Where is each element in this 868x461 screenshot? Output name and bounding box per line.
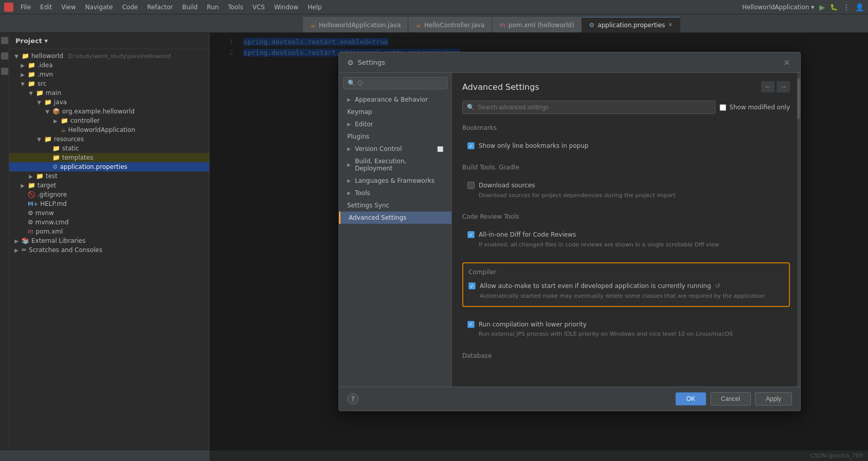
tree-item-src[interactable]: ▼ 📁 src [9,79,209,88]
tab-helloworld-java[interactable]: ☕ HelloworldApplication.java [303,17,408,32]
tree-label: application.properties [60,163,127,170]
show-modified-checkbox[interactable] [720,104,726,111]
menu-refactor[interactable]: Refactor [143,2,177,12]
sidebar-item-plugins[interactable]: Plugins [339,130,451,143]
search-advanced-settings-input[interactable] [478,104,711,111]
menu-run[interactable]: Run [203,2,223,12]
tree-label: mvnw.cmd [35,219,69,226]
show-line-bookmarks-label: Show only line bookmarks in popup [479,142,589,150]
menu-code[interactable]: Code [118,2,142,12]
run-config-label[interactable]: HelloworldApplication ▾ [742,4,814,11]
tree-item-scratches[interactable]: ▶ ✏ Scratches and Consoles [9,245,209,255]
all-in-one-diff-label-area: All-in-one Diff for Code Reviews If enab… [479,230,719,249]
cancel-button[interactable]: Cancel [710,392,751,406]
tab-hellocontroller-java[interactable]: ☕ HelloController.java [408,17,492,32]
sidebar-item-advanced-settings[interactable]: Advanced Settings [339,212,451,224]
tree-label: java [54,99,67,106]
sidebar-item-build-execution[interactable]: Build, Execution, Deployment [339,155,451,175]
more-button[interactable]: ⋮ [843,3,850,11]
tree-item-target[interactable]: ▶ 📁 target [9,181,209,190]
tab-pom-xml[interactable]: m pom.xml (helloworld) [492,17,582,32]
tree-item-help-md[interactable]: ▶ M+ HELP.md [9,199,209,208]
toolbar-icon-1[interactable] [1,37,8,44]
sidebar-item-languages-frameworks[interactable]: Languages & Frameworks [339,175,451,187]
download-sources-checkbox[interactable] [467,182,475,189]
tree-arrow: ▼ [36,100,42,105]
toolbar-icon-3[interactable] [1,68,8,75]
tree-item-external-libraries[interactable]: ▶ 📚 External Libraries [9,236,209,245]
menu-edit[interactable]: Edit [36,2,56,12]
tree-item-pom-xml[interactable]: ▶ m pom.xml [9,227,209,236]
run-compilation-label-area: Run compilation with lower priority Run … [479,320,733,339]
tab-application-properties[interactable]: ⚙ application.properties ✕ [582,17,681,32]
menu-window[interactable]: Window [270,2,303,12]
menu-tools[interactable]: Tools [224,2,248,12]
sidebar-item-keymap[interactable]: Keymap [339,106,451,118]
help-button[interactable]: ? [347,393,358,405]
sidebar-item-appearance-behavior[interactable]: Appearance & Behavior [339,93,451,106]
all-in-one-diff-row: All-in-one Diff for Code Reviews If enab… [462,227,790,252]
menu-view[interactable]: View [57,2,80,12]
maven-icon: m [499,22,505,29]
tree-item-application-properties[interactable]: ▶ ⚙ application.properties [9,162,209,171]
tree-item-main[interactable]: ▼ 📁 main [9,88,209,98]
tree-item-java[interactable]: ▼ 📁 java [9,98,209,107]
sidebar-header[interactable]: Project ▾ [9,33,209,49]
settings-search-wrap: 🔍 [343,77,447,89]
user-icon[interactable]: 👤 [855,3,864,11]
tab-close-icon[interactable]: ✕ [668,22,673,28]
menu-help[interactable]: Help [304,2,326,12]
settings-search-input[interactable] [357,80,443,87]
sidebar-item-settings-sync[interactable]: Settings Sync [339,199,451,212]
tree-item-static[interactable]: ▶ 📁 static [9,144,209,153]
settings-scrollbar[interactable] [797,73,800,387]
run-compilation-checkbox[interactable] [467,321,475,328]
tree-item-idea[interactable]: ▶ 📁 .idea [9,61,209,70]
dialog-close-button[interactable]: × [782,57,792,67]
file-icon: ⚙ [28,219,33,226]
sidebar-item-editor[interactable]: Editor [339,118,451,130]
scrollbar-thumb[interactable] [797,78,800,119]
apply-button[interactable]: Apply [755,392,792,406]
nav-back-button[interactable]: ← [761,81,775,92]
debug-button[interactable]: 🐛 [830,4,838,11]
allow-auto-make-checkbox[interactable] [468,282,476,290]
menu-build[interactable]: Build [178,2,202,12]
refresh-icon[interactable]: ↺ [715,282,720,290]
folder-icon: 📁 [28,182,35,189]
menu-navigate[interactable]: Navigate [81,2,117,12]
tree-label: .mvn [37,71,53,78]
nav-forward-button[interactable]: → [777,81,790,92]
tab-bar: ☕ HelloworldApplication.java ☕ HelloCont… [0,14,868,33]
ok-button[interactable]: OK [675,392,706,406]
sidebar-item-tools[interactable]: Tools [339,187,451,199]
menu-item-label: Version Control [355,145,402,152]
tree-item-resources[interactable]: ▼ 📁 resources [9,135,209,144]
dialog-overlay: ⚙ Settings × 🔍 Appearance & Behavior [210,33,868,461]
tree-item-templates[interactable]: ▶ 📁 templates [9,153,209,162]
toolbar-icon-2[interactable] [1,52,8,60]
tree-arrow: ▼ [36,137,42,142]
menu-file[interactable]: File [16,2,35,12]
settings-sidebar: 🔍 Appearance & Behavior Keymap Editor [339,73,452,387]
tree-item-test[interactable]: ▶ 📁 test [9,171,209,181]
tree-item-controller[interactable]: ▶ 📁 controller [9,116,209,125]
menu-vcs[interactable]: VCS [248,2,269,12]
tree-item-org-example[interactable]: ▼ 📦 org.example.helloworld [9,107,209,116]
tree-label: org.example.helloworld [62,108,135,115]
run-button[interactable]: ▶ [819,3,825,11]
dialog-title-label: Settings [358,59,778,66]
show-line-bookmarks-checkbox[interactable] [467,142,475,149]
menu-bar: File Edit View Navigate Code Refactor Bu… [0,0,868,14]
tree-item-mvnw-cmd[interactable]: ▶ ⚙ mvnw.cmd [9,218,209,227]
tree-item-helloworldapp[interactable]: ▶ ☕ HelloworldApplication [9,125,209,135]
sidebar-item-version-control[interactable]: Version Control ⬜ [339,143,451,155]
tree-arrow: ▼ [44,109,50,114]
tree-item-mvn[interactable]: ▶ 📁 .mvn [9,70,209,79]
tree-item-gitignore[interactable]: ▶ 🚫 .gitignore [9,190,209,199]
tree-arrow: ▶ [28,174,34,179]
tree-item-helloworld[interactable]: ▼ 📁 helloworld D:\study\work_study\java\… [9,51,209,61]
menu-item-label: Plugins [347,133,369,140]
tree-item-mvnw[interactable]: ▶ ⚙ mvnw [9,208,209,218]
all-in-one-diff-checkbox[interactable] [467,231,475,238]
